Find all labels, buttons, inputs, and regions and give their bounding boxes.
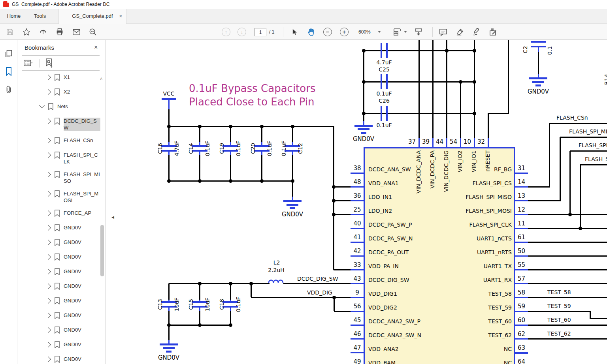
bookmark-item[interactable]: GND0V xyxy=(17,224,100,233)
fit-dropdown-caret[interactable] xyxy=(404,31,407,33)
bookmark-label[interactable]: GND0V xyxy=(64,283,100,289)
bookmark-item[interactable]: GND0V xyxy=(17,268,100,277)
chevron-right-icon[interactable] xyxy=(45,269,51,274)
pin-label: LDO_IN2 xyxy=(368,208,392,214)
sign-icon[interactable] xyxy=(471,27,481,37)
pdf-page-canvas[interactable]: 0.1uF Bypass Capacitors Placed Close to … xyxy=(106,40,607,364)
chevron-right-icon[interactable] xyxy=(45,283,51,289)
chevron-right-icon[interactable] xyxy=(45,313,51,318)
chevron-right-icon[interactable] xyxy=(45,254,51,260)
bookmark-label[interactable]: DCDC_DIG_SW xyxy=(64,118,100,131)
previous-page-icon[interactable]: ↑ xyxy=(221,27,231,37)
tab-close-icon[interactable]: × xyxy=(119,9,122,24)
chevron-right-icon[interactable] xyxy=(45,327,51,333)
bookmark-label[interactable]: GND0V xyxy=(64,253,100,260)
bookmark-label[interactable]: GND0V xyxy=(64,268,100,275)
bookmark-item[interactable]: DCDC_DIG_SW xyxy=(17,118,100,131)
chevron-right-icon[interactable] xyxy=(45,89,51,95)
chevron-right-icon[interactable] xyxy=(45,75,51,80)
comment-icon[interactable] xyxy=(438,27,448,37)
attachments-icon[interactable] xyxy=(4,85,13,94)
bookmark-label[interactable]: FLASH_SPI_MISO xyxy=(64,171,100,184)
tab-home[interactable]: Home xyxy=(0,9,28,24)
share-icon[interactable] xyxy=(38,27,48,37)
wire-segment xyxy=(418,40,420,138)
pin-stub xyxy=(515,325,528,326)
bookmark-item[interactable]: FLASH_SPI_CLK xyxy=(17,152,100,165)
hand-tool-icon[interactable] xyxy=(306,27,316,37)
bookmark-label[interactable]: GND0V xyxy=(64,297,100,304)
chevron-right-icon[interactable] xyxy=(45,138,51,143)
page-number-input[interactable] xyxy=(254,28,266,36)
chevron-right-icon[interactable] xyxy=(45,356,51,362)
bookmark-item[interactable]: GND0V xyxy=(17,356,100,364)
bookmark-item[interactable]: GND0V xyxy=(17,312,100,321)
bookmark-item[interactable]: FLASH_SPI_MOSI xyxy=(17,190,100,204)
highlight-icon[interactable] xyxy=(454,27,465,37)
search-icon[interactable] xyxy=(88,27,98,37)
chevron-right-icon[interactable] xyxy=(45,225,51,231)
save-icon[interactable] xyxy=(5,27,15,37)
bookmark-item[interactable]: GND0V xyxy=(17,297,100,306)
email-icon[interactable] xyxy=(71,27,81,37)
bookmark-label[interactable]: GND0V xyxy=(64,224,100,231)
bookmark-item[interactable]: FORCE_AP xyxy=(17,210,100,218)
bookmark-item[interactable]: GND0V xyxy=(17,239,100,248)
chevron-right-icon[interactable] xyxy=(45,191,51,197)
bookmark-label[interactable]: X2 xyxy=(64,88,100,95)
pin-stub xyxy=(199,308,200,311)
bookmark-label[interactable]: X1 xyxy=(64,74,100,81)
bookmark-label[interactable]: GND0V xyxy=(64,239,100,246)
bookmark-label[interactable]: FLASH_SPI_MOSI xyxy=(64,190,100,204)
bookmark-label[interactable]: FLASH_CSn xyxy=(64,137,100,144)
chevron-right-icon[interactable] xyxy=(45,118,51,124)
panel-collapse-handle[interactable]: ◄ xyxy=(111,215,115,220)
scrollbar-up-arrow[interactable]: ˄ xyxy=(100,76,102,81)
zoom-out-icon[interactable]: − xyxy=(322,27,333,37)
next-page-icon[interactable]: ↓ xyxy=(237,27,247,37)
bookmarks-panel-icon[interactable] xyxy=(4,67,13,75)
scrollbar-thumb[interactable] xyxy=(100,225,104,276)
chevron-right-icon[interactable] xyxy=(45,172,51,177)
bookmarks-close-icon[interactable]: × xyxy=(94,44,98,51)
tab-tools[interactable]: Tools xyxy=(28,9,52,24)
print-icon[interactable] xyxy=(55,27,65,37)
bookmark-item[interactable]: X1 xyxy=(17,74,100,83)
zoom-level-value[interactable]: 600% xyxy=(358,29,371,35)
page-thumbnails-icon[interactable] xyxy=(4,49,13,58)
zoom-in-icon[interactable]: + xyxy=(339,27,349,37)
zoom-dropdown-caret[interactable] xyxy=(378,31,381,33)
bookmark-options-icon[interactable] xyxy=(24,59,32,68)
bookmark-label[interactable]: FORCE_AP xyxy=(64,210,100,216)
bookmark-item[interactable]: FLASH_CSn xyxy=(17,137,100,146)
bookmark-label[interactable]: FLASH_SPI_CLK xyxy=(64,152,100,165)
bookmark-label[interactable]: GND0V xyxy=(64,341,100,348)
bookmark-item[interactable]: GND0V xyxy=(17,341,100,350)
page-display-icon[interactable] xyxy=(413,27,424,37)
wire-segment xyxy=(283,283,351,284)
chevron-right-icon[interactable] xyxy=(45,298,51,304)
chevron-right-icon[interactable] xyxy=(45,210,51,216)
bookmark-item[interactable]: GND0V xyxy=(17,326,100,335)
fit-width-icon[interactable] xyxy=(392,27,402,37)
bookmark-label[interactable]: GND0V xyxy=(64,356,100,362)
bookmark-item[interactable]: GND0V xyxy=(17,253,100,262)
bookmark-item[interactable]: X2 xyxy=(17,88,100,97)
select-tool-icon[interactable] xyxy=(289,27,300,37)
pin-stub xyxy=(351,186,364,188)
bookmark-label[interactable]: Nets xyxy=(57,103,94,110)
pin-stub xyxy=(515,297,528,298)
fill-sign-icon[interactable] xyxy=(488,27,498,37)
chevron-down-icon[interactable] xyxy=(39,103,45,108)
bookmark-label[interactable]: GND0V xyxy=(64,326,100,333)
star-icon[interactable] xyxy=(21,27,32,37)
bookmark-item[interactable]: FLASH_SPI_MISO xyxy=(17,171,100,184)
chevron-right-icon[interactable] xyxy=(45,240,51,245)
bookmark-label[interactable]: GND0V xyxy=(64,312,100,319)
bookmark-item[interactable]: Nets xyxy=(17,103,100,112)
bookmark-item[interactable]: GND0V xyxy=(17,283,100,291)
chevron-right-icon[interactable] xyxy=(45,342,51,347)
expand-current-bookmark-icon[interactable] xyxy=(44,58,53,67)
tab-document[interactable]: GS_Complete.pdf × xyxy=(58,9,126,24)
chevron-right-icon[interactable] xyxy=(45,152,51,158)
